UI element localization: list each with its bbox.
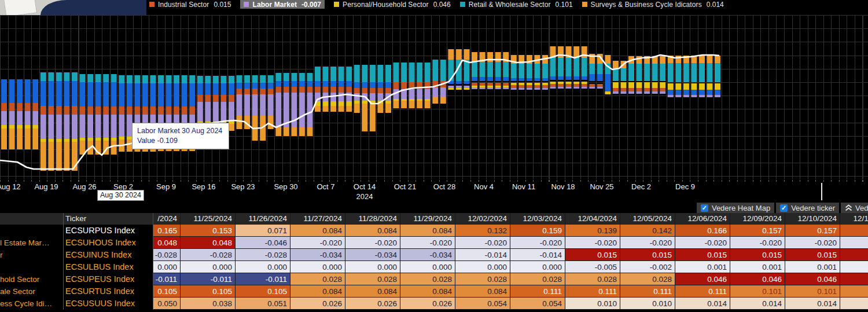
value-cell[interactable]: 0.101: [785, 285, 840, 298]
value-cell[interactable]: 0.014: [785, 298, 840, 310]
value-cell[interactable]: 0.028: [400, 273, 455, 285]
value-cell[interactable]: 0.157: [730, 225, 785, 237]
value-cell[interactable]: -0.011: [181, 273, 236, 285]
value-cell[interactable]: -0.005: [565, 261, 620, 273]
value-cell[interactable]: 0.142: [620, 225, 675, 237]
value-cell[interactable]: -0.028: [153, 249, 181, 261]
value-cell[interactable]: 0.010: [565, 298, 620, 310]
value-cell[interactable]: 0.028: [455, 273, 510, 285]
value-cell[interactable]: 0.051: [236, 298, 290, 310]
value-cell[interactable]: 0.048: [181, 237, 236, 249]
value-cell[interactable]: 0.101: [840, 285, 868, 298]
value-cell[interactable]: 0.000: [181, 261, 236, 273]
value-cell[interactable]: -0.014: [455, 249, 510, 261]
ticker-cell[interactable]: ECSURTUS Index: [64, 285, 153, 298]
value-cell[interactable]: 0.026: [345, 298, 400, 310]
value-cell[interactable]: 0.028: [620, 273, 675, 285]
value-cell[interactable]: -0.046: [236, 237, 290, 249]
value-cell[interactable]: 0.015: [565, 249, 620, 261]
value-cell[interactable]: 0.050: [153, 298, 181, 310]
table-row[interactable]: ECSULBUS Index0.0000.0000.0000.0000.0000…: [0, 261, 868, 273]
value-cell[interactable]: 0.038: [181, 298, 236, 310]
value-cell[interactable]: 0.157: [840, 225, 868, 237]
value-cell[interactable]: 0.000: [510, 261, 565, 273]
value-cell[interactable]: -0.020: [840, 237, 868, 249]
value-cell[interactable]: -0.020: [565, 237, 620, 249]
value-cell[interactable]: 0.046: [785, 273, 840, 285]
value-cell[interactable]: 0.000: [153, 261, 181, 273]
value-cell[interactable]: 0.084: [400, 225, 455, 237]
value-cell[interactable]: 0.048: [153, 237, 181, 249]
value-cell[interactable]: 0.015: [675, 249, 730, 261]
value-cell[interactable]: 0.111: [675, 285, 730, 298]
table-row[interactable]: l Estate Mar…ECSUHOUS Index0.0480.048-0.…: [0, 237, 868, 249]
value-cell[interactable]: -0.014: [510, 249, 565, 261]
value-cell[interactable]: 0.001: [785, 261, 840, 273]
ticker-cell[interactable]: ECSUSUUS Index: [64, 298, 153, 310]
value-cell[interactable]: 0.054: [510, 298, 565, 310]
ticker-cell[interactable]: ECSURPUS Index: [64, 225, 153, 237]
value-cell[interactable]: -0.028: [181, 249, 236, 261]
value-cell[interactable]: 0.105: [153, 285, 181, 298]
value-cell[interactable]: 0.101: [730, 285, 785, 298]
value-cell[interactable]: 0.071: [236, 225, 290, 237]
ticker-cell[interactable]: ECSUINUS Index: [64, 249, 153, 261]
value-cell[interactable]: 0.157: [785, 225, 840, 237]
value-cell[interactable]: 0.111: [510, 285, 565, 298]
value-cell[interactable]: -0.002: [620, 261, 675, 273]
value-cell[interactable]: 0.046: [840, 273, 868, 285]
value-cell[interactable]: 0.001: [675, 261, 730, 273]
ticker-cell[interactable]: ECSUPEUS Index: [64, 273, 153, 285]
value-cell[interactable]: 0.084: [345, 285, 400, 298]
value-cell[interactable]: 0.001: [840, 261, 868, 273]
value-cell[interactable]: -0.034: [400, 249, 455, 261]
value-cell[interactable]: -0.011: [236, 273, 290, 285]
value-cell[interactable]: 0.054: [455, 298, 510, 310]
value-cell[interactable]: 0.046: [675, 273, 730, 285]
table-row[interactable]: ale SectorECSURTUS Index0.1050.1050.1050…: [0, 285, 868, 298]
value-cell[interactable]: 0.084: [290, 225, 345, 237]
table-row[interactable]: ECSURPUS Index0.1650.1530.0710.0840.0840…: [0, 225, 868, 237]
value-cell[interactable]: 0.084: [345, 225, 400, 237]
value-cell[interactable]: 0.166: [675, 225, 730, 237]
value-cell[interactable]: 0.010: [620, 298, 675, 310]
value-cell[interactable]: 0.132: [455, 225, 510, 237]
value-cell[interactable]: -0.020: [620, 237, 675, 249]
value-cell[interactable]: 0.028: [510, 273, 565, 285]
value-cell[interactable]: 0.084: [455, 285, 510, 298]
value-cell[interactable]: 0.153: [181, 225, 236, 237]
value-cell[interactable]: 0.105: [236, 285, 290, 298]
value-cell[interactable]: 0.028: [290, 273, 345, 285]
value-cell[interactable]: 0.000: [290, 261, 345, 273]
value-cell[interactable]: 0.105: [181, 285, 236, 298]
value-cell[interactable]: 0.159: [510, 225, 565, 237]
checkbox-checked-icon[interactable]: ✓: [701, 204, 708, 212]
value-cell[interactable]: 0.000: [345, 261, 400, 273]
collapse-panel-button[interactable]: Vedere: [841, 203, 868, 213]
value-cell[interactable]: -0.020: [400, 237, 455, 249]
value-cell[interactable]: -0.028: [236, 249, 290, 261]
value-cell[interactable]: 0.001: [730, 261, 785, 273]
value-cell[interactable]: -0.020: [345, 237, 400, 249]
value-cell[interactable]: 0.165: [153, 225, 181, 237]
checkbox-checked-icon[interactable]: ✓: [780, 204, 788, 212]
value-cell[interactable]: -0.020: [675, 237, 730, 249]
value-cell[interactable]: -0.034: [290, 249, 345, 261]
ticker-cell[interactable]: ECSUHOUS Index: [64, 237, 153, 249]
value-cell[interactable]: -0.020: [510, 237, 565, 249]
value-cell[interactable]: -0.011: [153, 273, 181, 285]
value-cell[interactable]: 0.000: [236, 261, 290, 273]
value-cell[interactable]: 0.026: [400, 298, 455, 310]
value-cell[interactable]: 0.084: [290, 285, 345, 298]
value-cell[interactable]: 0.000: [455, 261, 510, 273]
value-cell[interactable]: 0.111: [565, 285, 620, 298]
ticker-cell[interactable]: ECSULBUS Index: [64, 261, 153, 273]
table-row[interactable]: rECSUINUS Index-0.028-0.028-0.028-0.034-…: [0, 249, 868, 261]
value-cell[interactable]: 0.014: [840, 298, 868, 310]
value-cell[interactable]: 0.014: [675, 298, 730, 310]
value-cell[interactable]: -0.034: [345, 249, 400, 261]
value-cell[interactable]: 0.015: [620, 249, 675, 261]
value-cell[interactable]: 0.028: [565, 273, 620, 285]
value-cell[interactable]: 0.015: [840, 249, 868, 261]
value-cell[interactable]: 0.015: [730, 249, 785, 261]
